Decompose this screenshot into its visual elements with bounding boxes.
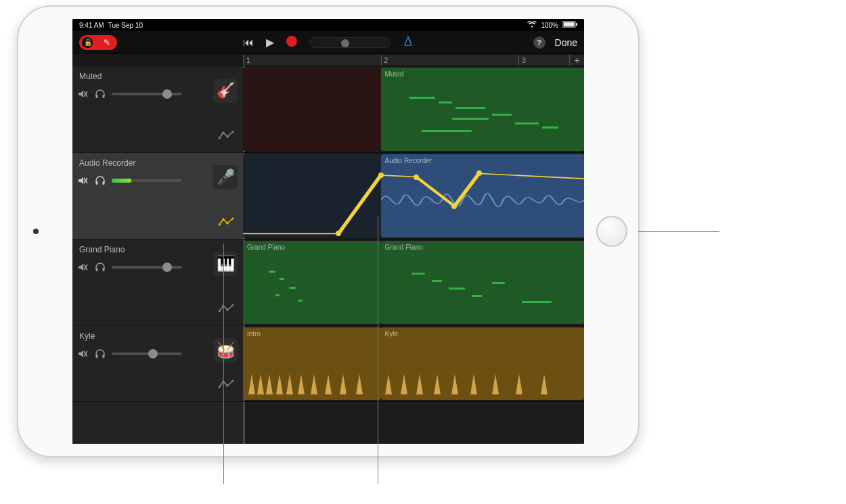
track-header[interactable]: Audio Recorder 🎤	[72, 153, 243, 239]
help-button[interactable]: ?	[533, 37, 546, 49]
region-audio[interactable]	[243, 154, 381, 237]
front-camera	[33, 229, 39, 234]
track-lane[interactable]: Muted	[243, 66, 584, 153]
svg-rect-6	[96, 95, 98, 98]
region-label: Kyle	[385, 330, 398, 338]
track-name-label: Kyle	[79, 331, 95, 341]
drum-transients	[385, 349, 580, 394]
svg-rect-23	[103, 268, 105, 271]
timeline-area[interactable]: Muted	[243, 66, 584, 444]
callout-leader	[638, 231, 719, 232]
region-label: Muted	[385, 70, 404, 78]
region-label: Intro	[247, 330, 261, 338]
status-battery-pct: 100%	[541, 22, 558, 29]
bar-number: 1	[246, 57, 250, 64]
svg-rect-7	[103, 95, 105, 98]
svg-rect-22	[96, 268, 98, 271]
track-header[interactable]: Grand Piano 🎹	[72, 239, 243, 326]
callout-leader	[223, 244, 224, 484]
region-audio[interactable]: Audio Recorder	[381, 154, 584, 237]
svg-point-18	[226, 222, 228, 224]
headphone-icon[interactable]	[94, 175, 106, 187]
automation-point[interactable]	[451, 204, 457, 209]
bar-number: 3	[522, 57, 526, 64]
mute-icon[interactable]	[76, 348, 89, 360]
bar-ruler[interactable]: 1 2 3 +	[243, 54, 584, 66]
volume-slider[interactable]	[112, 352, 182, 355]
region-midi[interactable]	[243, 68, 381, 151]
home-button[interactable]	[596, 216, 627, 247]
playhead-scrubber[interactable]	[309, 37, 391, 48]
record-button[interactable]	[286, 36, 297, 49]
rewind-button[interactable]: ⏮	[243, 37, 254, 49]
record-icon	[286, 36, 297, 47]
add-section-button[interactable]: +	[569, 55, 584, 66]
svg-point-17	[222, 218, 224, 220]
automation-point[interactable]	[414, 175, 419, 180]
automation-point[interactable]	[476, 170, 482, 176]
app-screen: 9:41 AM Tue Sep 10 100% 🔓 ✎	[72, 19, 584, 444]
transport-toolbar: 🔓 ✎ ⏮ ▶ ? Done	[72, 31, 584, 54]
instrument-bass-icon[interactable]: 🎸	[213, 78, 238, 103]
headphone-icon[interactable]	[94, 261, 106, 273]
automation-point[interactable]	[336, 231, 341, 236]
track-name-label: Grand Piano	[79, 245, 125, 254]
instrument-piano-icon[interactable]: 🎹	[213, 252, 238, 276]
drum-transients	[248, 349, 375, 394]
headphone-icon[interactable]	[94, 88, 106, 100]
svg-rect-2	[576, 23, 577, 26]
edit-lock-toggle[interactable]: 🔓 ✎	[79, 35, 117, 50]
mute-icon[interactable]	[76, 261, 89, 273]
automation-toggle[interactable]	[219, 131, 233, 143]
svg-rect-31	[103, 354, 105, 358]
ipad-bezel: 9:41 AM Tue Sep 10 100% 🔓 ✎	[17, 5, 640, 457]
volume-slider[interactable]	[112, 93, 182, 95]
instrument-drums-icon[interactable]: 🥁	[213, 338, 238, 363]
status-time: 9:41 AM	[79, 22, 104, 29]
region-midi[interactable]: Muted	[381, 68, 584, 151]
track-header-column: Muted 🎸	[72, 66, 243, 444]
mute-icon[interactable]	[76, 175, 89, 187]
audio-waveform	[381, 177, 584, 223]
track-lane[interactable]: Intro	[243, 326, 584, 402]
track-lane[interactable]: Grand Piano Grand Piano	[243, 239, 584, 326]
instrument-mic-icon[interactable]: 🎤	[213, 165, 238, 189]
region-drummer[interactable]: Kyle	[381, 327, 584, 400]
svg-rect-15	[103, 181, 105, 185]
region-midi[interactable]: Grand Piano	[381, 241, 584, 324]
svg-point-26	[226, 308, 228, 311]
volume-slider[interactable]	[112, 179, 182, 182]
automation-toggle[interactable]	[219, 380, 233, 392]
svg-rect-30	[96, 354, 98, 358]
headphone-icon[interactable]	[94, 348, 106, 360]
track-header[interactable]: Muted 🎸	[72, 66, 243, 153]
region-midi[interactable]: Grand Piano	[243, 241, 381, 324]
bar-number: 2	[384, 57, 388, 64]
play-button[interactable]: ▶	[266, 36, 274, 49]
automation-point[interactable]	[378, 173, 384, 178]
region-drummer[interactable]: Intro	[243, 327, 381, 400]
tracks-main: Muted 🎸	[72, 66, 584, 444]
mute-icon[interactable]	[76, 88, 89, 100]
status-bar: 9:41 AM Tue Sep 10 100%	[72, 19, 584, 31]
done-button[interactable]: Done	[555, 37, 577, 48]
track-lane[interactable]: Audio Recorder	[243, 153, 584, 239]
volume-slider[interactable]	[112, 266, 182, 269]
svg-rect-14	[96, 181, 98, 185]
status-date: Tue Sep 10	[108, 22, 143, 29]
automation-toggle[interactable]	[219, 217, 233, 229]
battery-icon	[562, 21, 577, 29]
midi-notes	[405, 266, 572, 308]
region-label: Grand Piano	[385, 244, 423, 251]
region-label: Grand Piano	[247, 244, 285, 251]
midi-notes	[259, 266, 372, 308]
automation-toggle[interactable]	[219, 304, 233, 316]
pencil-icon: ✎	[104, 38, 110, 47]
metronome-button[interactable]	[403, 36, 414, 49]
svg-point-9	[222, 131, 224, 133]
track-name-label: Audio Recorder	[79, 158, 135, 168]
midi-notes	[405, 93, 572, 135]
track-header[interactable]: Kyle 🥁	[72, 326, 243, 402]
region-label: Audio Recorder	[385, 157, 432, 164]
track-name-label: Muted	[79, 72, 102, 81]
